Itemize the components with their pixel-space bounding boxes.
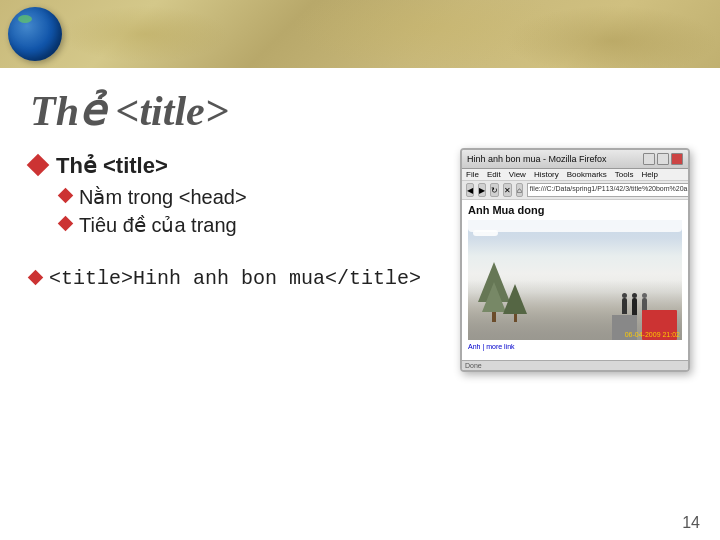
menu-bookmarks[interactable]: Bookmarks: [567, 170, 607, 179]
address-bar[interactable]: file:///C:/Data/spring1/P113/42/3/title%…: [527, 183, 690, 197]
menu-tools[interactable]: Tools: [615, 170, 634, 179]
link-text[interactable]: Anh | more link: [468, 343, 515, 350]
code-bullet-item: <title>Hinh anh bon mua</title>: [30, 267, 440, 290]
sub-bullets: Nằm trong <head> Tiêu đề của trang: [60, 185, 440, 237]
left-content: Thẻ <title> Nằm trong <head> Tiêu đề của…: [30, 153, 440, 372]
browser-titlebar: Hinh anh bon mua - Mozilla Firefox: [462, 150, 688, 169]
snow-tree-1: [473, 230, 498, 236]
globe-icon: [8, 7, 62, 61]
browser-window: Hinh anh bon mua - Mozilla Firefox File …: [460, 148, 690, 372]
browser-menubar: File Edit View History Bookmarks Tools H…: [462, 169, 688, 181]
browser-controls: [643, 153, 683, 165]
sub-bullet-text-1: Nằm trong <head>: [79, 185, 247, 209]
small-diamond-icon-2: [58, 216, 74, 232]
snow-layer: [468, 220, 682, 232]
small-diamond-icon-3: [28, 270, 44, 286]
browser-link-area: Anh | more link: [468, 343, 682, 350]
close-button[interactable]: [671, 153, 683, 165]
main-layout: Thẻ <title> Nằm trong <head> Tiêu đề của…: [30, 153, 690, 372]
winter-scene-image: 06-04-2009 21:02: [468, 220, 682, 340]
sub-bullet-1: Nằm trong <head>: [60, 185, 440, 209]
header-banner: [0, 0, 720, 68]
main-bullet-item: Thẻ <title>: [30, 153, 440, 179]
browser-content: Anh Mua dong: [462, 200, 688, 360]
browser-page-heading: Anh Mua dong: [468, 204, 682, 216]
browser-statusbar: Done: [462, 360, 688, 370]
code-example-text: <title>Hinh anh bon mua</title>: [49, 267, 421, 290]
back-button[interactable]: ◀: [466, 183, 474, 197]
browser-title-text: Hinh anh bon mua - Mozilla Firefox: [467, 154, 607, 164]
image-timestamp: 06-04-2009 21:02: [625, 331, 680, 338]
menu-view[interactable]: View: [509, 170, 526, 179]
menu-help[interactable]: Help: [641, 170, 657, 179]
menu-edit[interactable]: Edit: [487, 170, 501, 179]
forward-button[interactable]: ▶: [478, 183, 486, 197]
maximize-button[interactable]: [657, 153, 669, 165]
home-button[interactable]: ⌂: [516, 183, 523, 197]
diamond-bullet-icon: [27, 154, 50, 177]
small-diamond-icon-1: [58, 188, 74, 204]
minimize-button[interactable]: [643, 153, 655, 165]
status-text: Done: [465, 362, 482, 369]
browser-toolbar: ◀ ▶ ↻ ✕ ⌂ file:///C:/Data/spring1/P113/4…: [462, 181, 688, 200]
sub-bullet-text-2: Tiêu đề của trang: [79, 213, 237, 237]
menu-file[interactable]: File: [466, 170, 479, 179]
main-content: Thẻ <title> Thẻ <title> Nằm trong <head>…: [0, 68, 720, 382]
menu-history[interactable]: History: [534, 170, 559, 179]
page-title: Thẻ <title>: [30, 86, 690, 135]
main-bullet-text: Thẻ <title>: [56, 153, 168, 179]
sub-bullet-2: Tiêu đề của trang: [60, 213, 440, 237]
page-number: 14: [682, 514, 700, 532]
stop-button[interactable]: ✕: [503, 183, 512, 197]
tree-2: [503, 284, 527, 322]
reload-button[interactable]: ↻: [490, 183, 499, 197]
